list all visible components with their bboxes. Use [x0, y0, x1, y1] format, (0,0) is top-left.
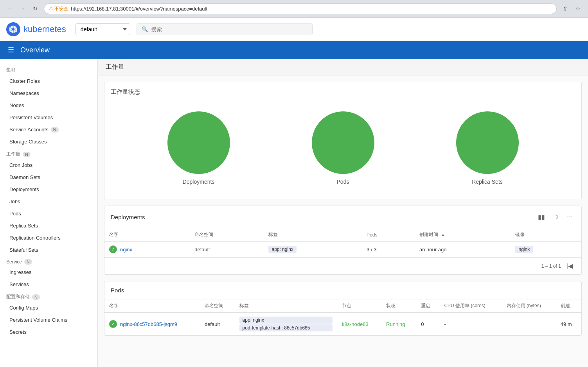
pause-button[interactable]: ▮▮	[536, 211, 547, 222]
share-button[interactable]: ⇧	[560, 3, 571, 14]
sidebar-item-secrets[interactable]: Secrets	[0, 326, 97, 338]
cluster-section-title: 集群	[0, 64, 97, 75]
pods-header: Pods	[104, 281, 581, 299]
app-title: kubernetes	[23, 24, 66, 34]
theme-button[interactable]: ☽	[550, 211, 561, 222]
deployment-image: nginx	[511, 242, 581, 258]
pod-col-status: 状态	[381, 299, 416, 313]
replica-sets-circle-item: Replica Sets	[456, 111, 519, 185]
more-button[interactable]: ⋅⋅⋅	[564, 211, 575, 222]
replica-sets-circle-label: Replica Sets	[472, 179, 503, 185]
deployments-circle-label: Deployments	[183, 179, 215, 185]
pods-table: 名字 命名空间 标签 节点 状态 重启 CPU 使用率 (cores) 内存使用…	[104, 299, 581, 335]
sidebar-item-namespaces[interactable]: Namespaces	[0, 87, 97, 99]
pod-col-cpu: CPU 使用率 (cores)	[439, 299, 502, 313]
col-labels: 标签	[264, 228, 362, 242]
deployment-pods: 3 / 3	[362, 242, 415, 258]
pod-label-tag-0: app: nginx	[239, 317, 333, 324]
pod-restarts: 0	[416, 313, 439, 336]
deployments-actions: ▮▮ ☽ ⋅⋅⋅	[536, 211, 575, 222]
first-page-button[interactable]: |◀	[564, 261, 575, 270]
sidebar-item-cluster-roles[interactable]: Cluster Roles	[0, 75, 97, 87]
deployments-circle-item: Deployments	[167, 111, 230, 185]
sidebar-item-ingresses[interactable]: Ingresses	[0, 266, 97, 278]
pod-col-created: 创建	[556, 299, 581, 313]
pod-created: 49 m	[556, 313, 581, 336]
pod-col-memory: 内存使用 (bytes)	[502, 299, 556, 313]
sidebar-item-deployments[interactable]: Deployments	[0, 183, 97, 195]
status-ok-icon: ✓	[109, 245, 117, 253]
back-button[interactable]: ←	[5, 3, 16, 14]
deployment-created-time[interactable]: an hour ago	[419, 247, 446, 252]
main-layout: 集群 Cluster Roles Namespaces Nodes Persis…	[0, 59, 588, 367]
hamburger-icon[interactable]: ☰	[8, 46, 14, 54]
sidebar-item-daemon-sets[interactable]: Daemon Sets	[0, 171, 97, 183]
service-accounts-badge: N	[51, 127, 59, 132]
sidebar-item-service-accounts[interactable]: Service Accounts N	[0, 124, 97, 136]
deployment-namespace: default	[190, 242, 264, 258]
sidebar-item-stateful-sets[interactable]: Stateful Sets	[0, 244, 97, 256]
pod-col-name: 名字	[104, 299, 200, 313]
pod-col-namespace: 命名空间	[200, 299, 235, 313]
image-tag: nginx	[515, 246, 533, 253]
col-pods: Pods	[362, 228, 415, 242]
page-title-bar: ☰ Overview	[0, 41, 588, 59]
sidebar-item-cron-jobs[interactable]: Cron Jobs	[0, 159, 97, 171]
col-image: 镜像	[511, 228, 581, 242]
service-section-title: Service N	[0, 256, 97, 266]
col-name: 名字	[104, 228, 190, 242]
sidebar-item-pods[interactable]: Pods	[0, 208, 97, 220]
deployments-pagination: 1 – 1 of 1 |◀	[104, 257, 581, 274]
section-title: 工作量	[106, 63, 580, 71]
sidebar-item-storage-classes[interactable]: Storage Classes	[0, 136, 97, 148]
workload-status-title: 工作量状态	[111, 88, 575, 96]
k8s-logo-icon	[6, 22, 20, 36]
deployments-circle	[167, 111, 230, 174]
url-display: https://192.168.17.81:30001/#/overview?n…	[71, 6, 207, 12]
search-bar[interactable]: 🔍	[137, 23, 313, 35]
bookmark-button[interactable]: ☆	[572, 3, 583, 14]
sidebar-item-replication-controllers[interactable]: Replication Controllers	[0, 232, 97, 244]
namespace-selector[interactable]: default kube-system kube-public	[76, 23, 130, 35]
pod-status-ok-icon: ✓	[109, 320, 117, 328]
svg-point-1	[12, 28, 15, 30]
pod-name-link[interactable]: nginx-86c57db685-jsgm9	[120, 321, 177, 327]
nav-buttons: ← → ↻	[5, 3, 41, 14]
sidebar-item-pvc[interactable]: Persistent Volume Claims	[0, 314, 97, 326]
sidebar-item-replica-sets[interactable]: Replica Sets	[0, 220, 97, 232]
pods-circle-label: Pods	[337, 179, 349, 185]
refresh-button[interactable]: ↻	[30, 3, 41, 14]
pod-namespace: default	[200, 313, 235, 336]
sidebar: 集群 Cluster Roles Namespaces Nodes Persis…	[0, 59, 98, 367]
pod-status: Running	[381, 313, 416, 336]
workload-badge: N	[23, 152, 31, 157]
replica-sets-circle	[456, 111, 519, 174]
address-bar[interactable]: ⚠ 不安全 https://192.168.17.81:30001/#/over…	[44, 4, 557, 14]
pagination-info: 1 – 1 of 1	[541, 263, 561, 269]
status-circles-container: Deployments Pods Replica Sets	[111, 104, 575, 193]
forward-button[interactable]: →	[17, 3, 28, 14]
sidebar-item-jobs[interactable]: Jobs	[0, 195, 97, 208]
pod-cpu: -	[439, 313, 502, 336]
browser-actions: ⇧ ☆	[560, 3, 583, 14]
sidebar-item-persistent-volumes[interactable]: Persistent Volumes	[0, 111, 97, 124]
sidebar-item-config-maps[interactable]: Config Maps	[0, 302, 97, 314]
pod-status-cell: ✓ nginx-86c57db685-jsgm9	[104, 313, 200, 336]
search-input[interactable]	[151, 26, 307, 32]
pod-memory	[502, 313, 556, 336]
deployments-table: 名字 命名空间 标签 Pods 创建时间 ▲ 镜像	[104, 228, 581, 257]
config-badge: N	[32, 294, 40, 300]
page-title: Overview	[20, 46, 50, 54]
deployments-title: Deployments	[111, 214, 145, 220]
pod-node: k8s-node83	[337, 313, 381, 336]
sidebar-item-nodes[interactable]: Nodes	[0, 99, 97, 111]
service-badge: N	[24, 259, 32, 265]
pod-col-restarts: 重启	[416, 299, 439, 313]
table-row: ✓ nginx-86c57db685-jsgm9 default app: ng…	[104, 313, 581, 336]
sidebar-item-services[interactable]: Services	[0, 278, 97, 290]
deployment-name-link[interactable]: nginx	[120, 247, 132, 252]
workload-section-title: 工作量 N	[0, 148, 97, 159]
col-created[interactable]: 创建时间 ▲	[415, 228, 511, 242]
app-logo: kubernetes	[6, 22, 66, 36]
app-header: kubernetes default kube-system kube-publ…	[0, 18, 588, 41]
